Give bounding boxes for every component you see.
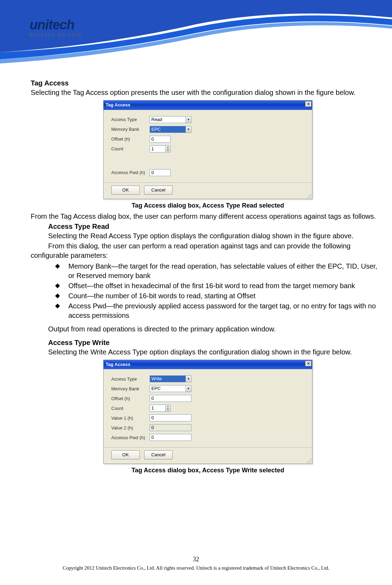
- cancel-button[interactable]: Cancel: [144, 450, 173, 459]
- tag-access-dialog-write: Tag Access ✕ Access Type Write▼ Memory B…: [103, 360, 312, 464]
- dialog-title: Tag Access: [106, 102, 130, 107]
- value2-label: Value 2 (h): [111, 425, 150, 431]
- logo-tagline: because we care: [30, 32, 82, 37]
- offset-label: Offset (h): [111, 396, 150, 402]
- access-pwd-input[interactable]: 0: [150, 434, 191, 441]
- offset-input[interactable]: 0: [150, 395, 191, 402]
- close-icon[interactable]: ✕: [305, 361, 311, 366]
- paragraph: Selecting the Read Access Type option di…: [31, 231, 385, 241]
- access-pwd-label: Accesss Pwd (h): [111, 435, 150, 441]
- page-number: 32: [0, 556, 392, 563]
- cancel-button[interactable]: Cancel: [144, 186, 173, 195]
- figure-caption: Tag Access dialog box, Access Type Write…: [31, 466, 385, 474]
- value1-label: Value 1 (h): [111, 415, 150, 421]
- list-item: Memory Bank—the target for the read oper…: [55, 262, 385, 280]
- access-pwd-label: Accesss Pwd (h): [111, 170, 150, 176]
- count-label: Count: [111, 405, 150, 412]
- close-icon[interactable]: ✕: [305, 101, 311, 107]
- dialog-titlebar: Tag Access ✕: [104, 100, 312, 110]
- dialog-title: Tag Access: [106, 362, 130, 367]
- count-stepper[interactable]: 1▲▼: [150, 145, 171, 152]
- chevron-down-icon: ▼: [186, 117, 191, 123]
- figure-caption: Tag Access dialog box, Access Type Read …: [31, 201, 385, 210]
- chevron-down-icon: ▼: [186, 385, 191, 392]
- dialog-titlebar: Tag Access ✕: [104, 360, 312, 369]
- paragraph: Selecting the Write Access Type option d…: [31, 347, 385, 357]
- access-type-label: Access Type: [111, 117, 150, 123]
- access-type-combo[interactable]: Write▼: [150, 375, 191, 382]
- tag-access-dialog-read: Tag Access ✕ Access Type Read▼ Memory Ba…: [103, 100, 312, 199]
- offset-input[interactable]: 0: [150, 136, 171, 143]
- chevron-down-icon: ▼: [186, 126, 191, 133]
- paragraph: From the Tag Access dialog box, the user…: [31, 212, 385, 221]
- parameter-list: Memory Bank—the target for the read oper…: [55, 262, 385, 320]
- value2-input: 0: [150, 424, 191, 431]
- chevron-down-icon: ▼: [186, 376, 191, 382]
- ok-button[interactable]: OK: [111, 186, 140, 195]
- list-item: Offset—the offset in hexadecimal of the …: [55, 281, 385, 291]
- access-type-combo[interactable]: Read▼: [150, 116, 191, 123]
- list-item: Count—the number of 16-bit words to read…: [55, 291, 385, 301]
- offset-label: Offset (h): [111, 136, 150, 142]
- subsection-title: Access Type Write: [48, 338, 385, 347]
- access-pwd-input[interactable]: 0: [150, 169, 171, 176]
- value1-input[interactable]: 0: [150, 414, 191, 421]
- logo-text: unitech: [30, 17, 82, 32]
- paragraph: From this dialog, the user can perform a…: [31, 241, 385, 260]
- intro-paragraph: Selecting the Tag Access option presents…: [31, 88, 385, 97]
- page-content: Tag Access Selecting the Tag Access opti…: [31, 78, 385, 477]
- count-stepper[interactable]: 1▲▼: [150, 405, 171, 412]
- resize-grip-icon[interactable]: [307, 193, 311, 198]
- subsection-title: Access Type Read: [48, 222, 385, 231]
- page-footer: 32 Copyright 2012 Unitech Electronics Co…: [0, 556, 392, 571]
- count-label: Count: [111, 146, 150, 152]
- memory-bank-combo[interactable]: EPC▼: [150, 126, 191, 133]
- memory-bank-combo[interactable]: EPC▼: [150, 385, 191, 392]
- paragraph: Output from read operations is directed …: [48, 324, 385, 334]
- list-item: Access Pwd—the previously applied access…: [55, 301, 385, 320]
- section-title: Tag Access: [31, 78, 385, 88]
- resize-grip-icon[interactable]: [307, 458, 311, 463]
- access-type-label: Access Type: [111, 376, 150, 382]
- memory-bank-label: Memory Bank: [111, 386, 150, 392]
- memory-bank-label: Memory Bank: [111, 126, 150, 133]
- ok-button[interactable]: OK: [111, 450, 140, 459]
- logo: unitech because we care: [30, 17, 82, 37]
- copyright-text: Copyright 2012 Unitech Electronics Co., …: [0, 565, 392, 571]
